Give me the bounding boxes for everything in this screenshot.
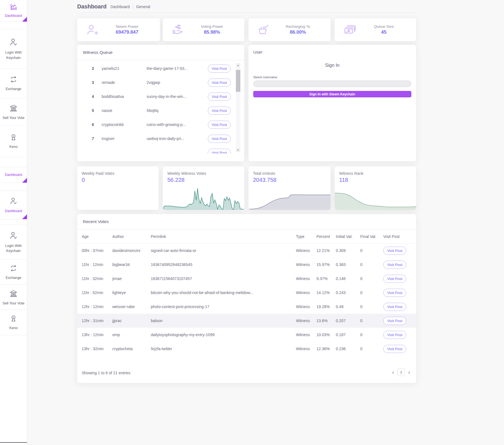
vote-permlink: baloon xyxy=(151,318,296,323)
visit-post-button[interactable]: Visit Post xyxy=(208,121,231,129)
steem-username-input[interactable] xyxy=(253,81,411,87)
sidebar-item-login-with-keychain[interactable]: Login With Keychain xyxy=(0,29,27,69)
witness-rank: 4 xyxy=(84,94,102,99)
sidebar-item-label: Sell Your Vote xyxy=(1,301,26,306)
visit-post-button[interactable]: Visit Post xyxy=(208,93,231,101)
visit-post-button[interactable]: Visit Post xyxy=(383,289,406,297)
witness-permlink: coins-with-growing-p... xyxy=(147,122,208,127)
breadcrumb-dashboard[interactable]: Dashboard xyxy=(110,4,130,9)
sign-in-keychain-button[interactable]: Sign In with Steem Keychain xyxy=(253,91,411,97)
vote-type: Witness xyxy=(296,262,316,267)
vote-final-val: 0 xyxy=(360,304,383,309)
metric-value: 0 xyxy=(82,177,159,183)
stat-card-steem-power: Steem Power 69479.847 xyxy=(77,18,160,41)
metric-card-witness-rank: Witness Rank 118 xyxy=(335,166,416,210)
bank-icon: $ xyxy=(9,289,18,298)
vote-type: Witness xyxy=(296,276,316,281)
vote-percent: 10.03% xyxy=(316,332,336,337)
svg-text:1: 1 xyxy=(13,316,14,319)
sidebar-item-sell-your-vote-2[interactable]: $ Sell Your Vote xyxy=(0,285,27,310)
vote-author: jimae xyxy=(112,276,151,281)
sidebar-item-sell-your-vote[interactable]: $ Sell Your Vote xyxy=(0,98,27,126)
scroll-down-icon[interactable]: ▼ xyxy=(236,148,240,152)
svg-text:$: $ xyxy=(13,293,14,295)
vote-type: Witness xyxy=(296,290,316,295)
table-row: 13hr : 12min omp dailytoysphotography-my… xyxy=(77,328,416,342)
basket-check-icon xyxy=(256,23,270,37)
visit-post-button[interactable]: Visit Post xyxy=(383,331,406,339)
vote-type: Witness xyxy=(296,318,316,323)
recent-votes-title: Recent Votes xyxy=(83,219,109,224)
vote-percent: 19.28% xyxy=(316,304,336,309)
visit-post-button[interactable]: Visit Post xyxy=(383,247,406,255)
page-header: Dashboard Dashboard General xyxy=(77,3,150,10)
table-row: 12hr : 12min weisser-rabe photo-contest-… xyxy=(77,300,416,314)
sidebar-item-exchange[interactable]: Exchange xyxy=(0,69,27,98)
steem-username-label: Steem Username xyxy=(253,75,411,79)
visit-post-button[interactable]: Visit Post xyxy=(383,317,406,325)
sidebar-item-keno[interactable]: 1 Keno xyxy=(0,126,27,157)
vote-permlink: signed-car-auto-firmata-or xyxy=(151,248,296,253)
sidebar-item-login-with-keychain-2[interactable]: Login With Keychain xyxy=(0,224,27,260)
sidebar-item-dashboard-3[interactable]: Dashboard xyxy=(0,191,27,219)
metric-label: Weekly Paid Votes xyxy=(82,171,159,176)
witness-permlink: sunny-day-in-the-win... xyxy=(147,94,208,99)
vote-age: 13hr : 12min xyxy=(82,332,112,337)
stat-card-queue-size: $ Queue Size 45 xyxy=(335,18,416,41)
total-mvests-sparkline xyxy=(248,191,330,210)
user-check-icon xyxy=(8,231,19,241)
active-corner-marker xyxy=(22,214,27,219)
table-row: 13hr : 32min cryptocheta 5rjzfa-twitter … xyxy=(77,342,416,356)
column-header-percent: Percent xyxy=(316,234,336,239)
visit-post-button[interactable]: Visit Post xyxy=(208,135,231,143)
visit-post-button[interactable]: Visit Post xyxy=(383,275,406,283)
vote-percent: 14.12% xyxy=(316,290,336,295)
bank-icon: $ xyxy=(9,103,18,113)
witness-rank: 5 xyxy=(84,108,102,113)
visit-post-button[interactable]: Visit Post xyxy=(383,261,406,269)
vote-type: Witness xyxy=(296,304,316,309)
sidebar-item-label: Login With Keychain xyxy=(1,243,26,253)
stat-label: Voting Power xyxy=(185,24,239,29)
sidebar-item-label: Exchange xyxy=(1,275,26,280)
sidebar-spacer xyxy=(0,22,27,29)
visit-post-button[interactable]: Visit Post xyxy=(208,149,231,153)
chevron-left-icon[interactable]: ‹ xyxy=(391,369,395,375)
vote-type: Witness xyxy=(296,248,316,253)
witness-author: trxgiver xyxy=(102,136,147,141)
vote-age: 12hr : 12min xyxy=(82,304,112,309)
witness-author: cryptocoinkb xyxy=(102,122,147,127)
visit-post-button[interactable]: Visit Post xyxy=(383,303,406,311)
sidebar-item-dashboard[interactable]: Dashboard xyxy=(0,0,27,22)
user-panel-title: User xyxy=(253,50,263,54)
vote-percent: 15.97% xyxy=(316,262,336,267)
visit-post-button[interactable]: Visit Post xyxy=(208,107,231,115)
stat-card-voting-power: Voting Power 85.98% xyxy=(163,18,244,41)
table-row: 11hr : 32min jimae 1636711564073107457 W… xyxy=(77,272,416,286)
vote-percent: 13.6% xyxy=(316,318,336,323)
sidebar-item-keno-2[interactable]: 1 Keno xyxy=(0,310,27,335)
user-check-icon xyxy=(9,196,18,206)
chevron-right-icon[interactable]: › xyxy=(407,369,411,375)
visit-post-button[interactable]: Visit Post xyxy=(208,79,231,87)
page-number-button[interactable]: 1 xyxy=(398,368,405,376)
vote-age: 11hr : 32min xyxy=(82,276,112,281)
breadcrumb-general[interactable]: General xyxy=(136,4,150,9)
vote-age: 13hr : 32min xyxy=(82,347,112,351)
witness-rank: 2 xyxy=(84,66,102,71)
user-panel: User Sign In Steem Username Sign In with… xyxy=(248,45,416,161)
sidebar-item-exchange-2[interactable]: Exchange xyxy=(0,260,27,285)
cash-stack-icon: $ xyxy=(343,23,357,37)
visit-post-button[interactable]: Visit Post xyxy=(208,65,231,73)
witness-row: 5 nasoe 56oj6q Visit Post xyxy=(77,104,244,118)
scroll-up-icon[interactable]: ▲ xyxy=(236,63,240,67)
witness-queue-scrollbar[interactable]: ▲ ▼ xyxy=(236,63,240,152)
visit-post-button[interactable]: Visit Post xyxy=(383,345,406,353)
vote-initial-val: 0.146 xyxy=(336,276,360,281)
stat-card-recharging-to: Recharging To 86.00% xyxy=(248,18,330,41)
witness-author: yamelis21 xyxy=(102,66,147,71)
scrollbar-thumb[interactable] xyxy=(236,70,240,92)
active-corner-marker xyxy=(22,17,27,22)
sidebar-item-dashboard-2[interactable]: Dashboard xyxy=(0,167,27,183)
active-corner-marker xyxy=(22,178,27,183)
